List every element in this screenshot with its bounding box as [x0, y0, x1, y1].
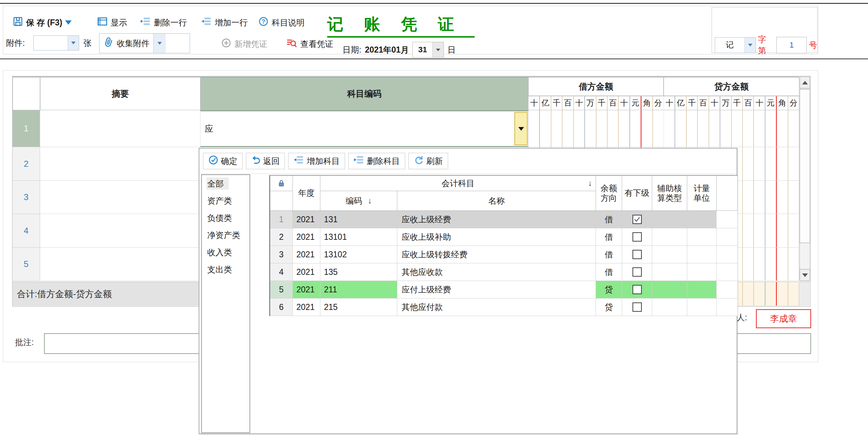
subject-cell-dir[interactable]: 贷 — [596, 298, 622, 316]
date-day-combo[interactable]: 31 — [412, 42, 444, 58]
voucher-word-combo[interactable]: 记 — [715, 37, 756, 53]
subject-cell-aux[interactable] — [652, 263, 687, 281]
subject-cell-name[interactable]: 应收上级经费 — [397, 211, 596, 228]
digit-cell[interactable] — [562, 110, 573, 147]
digit-cell[interactable] — [596, 110, 607, 147]
view-voucher-button[interactable]: 查看凭证 — [286, 38, 333, 50]
digit-cell[interactable] — [742, 110, 753, 147]
subject-cell-filler[interactable] — [717, 228, 738, 246]
subject-cell-unit[interactable] — [687, 263, 717, 281]
amount-cells-row-1[interactable] — [528, 110, 799, 147]
subject-cell-unit[interactable] — [687, 246, 717, 263]
account-code-input-row1[interactable]: 应 — [200, 110, 528, 147]
digit-cell[interactable] — [788, 248, 799, 281]
subject-cell-aux[interactable] — [652, 246, 687, 263]
subject-cell-year[interactable]: 2021 — [293, 263, 320, 281]
voucher-word-dropdown[interactable] — [745, 38, 756, 53]
digit-cell[interactable] — [753, 248, 765, 281]
digit-cell[interactable] — [528, 110, 539, 147]
subject-cell-filler[interactable] — [717, 263, 738, 281]
subject-cell-code[interactable]: 131 — [320, 211, 397, 228]
digit-cell[interactable] — [653, 110, 664, 147]
date-day-field[interactable]: 31 — [413, 42, 432, 57]
digit-cell[interactable] — [776, 248, 787, 281]
digit-cell[interactable] — [630, 110, 641, 147]
subject-cell-filler[interactable] — [717, 298, 738, 316]
date-day-dropdown[interactable] — [432, 42, 443, 57]
scroll-down-button[interactable] — [800, 269, 810, 281]
digit-cell[interactable] — [539, 110, 551, 147]
subject-cell-dir[interactable]: 借 — [596, 246, 622, 263]
category-item[interactable]: 收入类 — [202, 244, 249, 261]
category-item[interactable]: 负债类 — [202, 209, 249, 227]
subject-cell-aux[interactable] — [652, 211, 687, 228]
digit-cell[interactable] — [697, 110, 708, 147]
debit-column-header[interactable]: 借方金额 — [528, 77, 664, 96]
has-children-checkbox[interactable] — [632, 267, 642, 277]
account-group-header[interactable]: 会计科目 ↓ — [320, 176, 596, 191]
name-column-header[interactable]: 名称 — [397, 191, 596, 211]
attachment-count-field[interactable] — [34, 36, 68, 50]
voucher-row-number-1[interactable]: 1 — [13, 110, 40, 147]
digit-cell[interactable] — [753, 181, 765, 214]
preparer-name-box[interactable]: 李成章 — [756, 309, 811, 328]
digit-cell[interactable] — [675, 110, 686, 147]
subject-cell-code[interactable]: 211 — [320, 281, 397, 298]
subject-cell-unit[interactable] — [687, 281, 717, 298]
scroll-up-button[interactable] — [800, 77, 810, 88]
subject-cell-dir[interactable]: 贷 — [596, 281, 622, 298]
subject-cell-aux[interactable] — [652, 281, 687, 298]
summary-cell-5[interactable] — [40, 248, 200, 281]
subject-row[interactable]: 12021131应收上级经费借 — [270, 211, 738, 228]
summary-cell-1[interactable] — [40, 110, 200, 147]
voucher-row-number-2[interactable]: 2 — [13, 147, 40, 181]
summary-cell-2[interactable] — [40, 147, 200, 181]
digit-cell[interactable] — [753, 147, 765, 180]
digit-cell[interactable] — [765, 181, 776, 214]
display-button[interactable]: 显示 — [97, 16, 127, 29]
code-sort-icon[interactable]: ↓ — [368, 196, 372, 205]
new-voucher-button[interactable]: 新增凭证 — [221, 38, 267, 50]
has-children-checkbox[interactable] — [632, 232, 642, 242]
summary-cell-3[interactable] — [40, 181, 200, 214]
attachment-count-dropdown[interactable] — [68, 36, 79, 50]
subject-cell-name[interactable]: 应付上级经费 — [397, 281, 596, 298]
digit-cell[interactable] — [742, 214, 753, 247]
subject-cell-unit[interactable] — [687, 211, 717, 228]
aux-type-header[interactable]: 辅助核算类型 — [652, 176, 687, 211]
has-children-checkbox[interactable] — [632, 302, 642, 312]
digit-cell[interactable] — [788, 181, 799, 214]
back-button[interactable]: 返回 — [246, 153, 285, 169]
digit-cell[interactable] — [765, 214, 776, 247]
digit-cell[interactable] — [742, 147, 753, 180]
digit-cell[interactable] — [776, 147, 787, 180]
digit-cell[interactable] — [788, 214, 799, 247]
digit-cell[interactable] — [742, 181, 753, 214]
voucher-row-number-4[interactable]: 4 — [13, 214, 40, 248]
subject-cell-no[interactable]: 3 — [270, 246, 293, 263]
subject-cell-year[interactable]: 2021 — [293, 246, 320, 263]
digit-cell[interactable] — [720, 110, 731, 147]
subject-cell-name[interactable]: 其他应收款 — [397, 263, 596, 281]
attachment-count-combo[interactable] — [33, 35, 79, 50]
digit-cell[interactable] — [731, 110, 742, 147]
subject-row[interactable]: 2202113101应收上级补助借 — [270, 228, 738, 246]
subject-row[interactable]: 62021215其他应付款贷 — [270, 298, 738, 316]
subject-cell-no[interactable]: 4 — [270, 263, 293, 281]
collect-attachment-button[interactable]: 收集附件 — [99, 33, 190, 53]
digit-cell[interactable] — [573, 110, 585, 147]
add-row-button[interactable]: 增加一行 — [201, 16, 248, 29]
has-children-checkbox[interactable] — [632, 250, 642, 259]
subject-cell-name[interactable]: 应收上级补助 — [397, 228, 596, 246]
digit-cell[interactable] — [742, 282, 753, 306]
subject-cell-unit[interactable] — [687, 228, 717, 246]
subject-row[interactable]: 52021211应付上级经费贷 — [270, 281, 738, 298]
digit-cell[interactable] — [753, 214, 765, 247]
subject-cell-filler[interactable] — [717, 211, 738, 228]
subject-row[interactable]: 42021135其他应收款借 — [270, 263, 738, 281]
delete-row-button[interactable]: 删除一行 — [140, 16, 187, 29]
subject-cell-dir[interactable]: 借 — [596, 228, 622, 246]
digit-cell[interactable] — [788, 110, 799, 147]
digit-cell[interactable] — [776, 282, 787, 306]
digit-cell[interactable] — [765, 147, 776, 180]
